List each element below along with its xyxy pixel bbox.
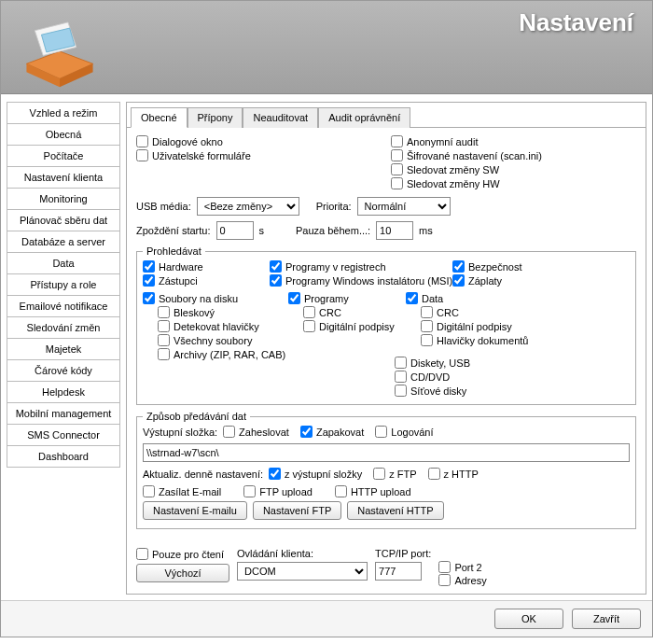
- cb-send-email[interactable]: Zasílat E-mail: [143, 485, 221, 497]
- cb-digsig-prog[interactable]: Digitální podpisy: [303, 320, 395, 332]
- tcp-port-label: TCP/IP port:: [375, 548, 431, 559]
- pause-unit: ms: [419, 225, 433, 236]
- settings-window: Nastavení Vzhled a režim Obecná Počítače…: [0, 0, 653, 637]
- cb-shortcuts[interactable]: Zástupci: [143, 274, 258, 287]
- start-delay-unit: s: [259, 225, 265, 236]
- cb-watch-sw[interactable]: Sledovat změny SW: [391, 163, 631, 175]
- start-delay-input[interactable]: [216, 221, 254, 240]
- cb-crc-data[interactable]: CRC: [421, 306, 531, 318]
- pause-label: Pauza během...:: [296, 225, 370, 236]
- sidebar-item-barcodes[interactable]: Čárové kódy: [7, 359, 120, 382]
- transfer-fieldset: Způsob předávání dat Výstupní složka: Za…: [136, 411, 636, 529]
- dialog-buttons: OK Zavřít: [1, 600, 652, 637]
- tabs: Obecné Přípony Neauditovat Audit oprávně…: [127, 103, 646, 128]
- sidebar-item-access-roles[interactable]: Přístupy a role: [7, 273, 120, 296]
- main-panel: Obecné Přípony Neauditovat Audit oprávně…: [126, 102, 646, 595]
- cb-security[interactable]: Bezpečnost: [452, 260, 540, 273]
- footer-area: Pouze pro čtení Výchozí Ovládání klienta…: [127, 542, 646, 594]
- cb-ftp-upload[interactable]: FTP upload: [243, 485, 313, 497]
- sidebar-item-general[interactable]: Obecná: [7, 123, 120, 146]
- scan-legend: Prohledávat: [143, 245, 205, 257]
- cb-pack[interactable]: Zapakovat: [300, 426, 364, 438]
- cb-from-ftp[interactable]: z FTP: [373, 468, 416, 480]
- cb-http-upload[interactable]: HTTP upload: [335, 485, 411, 497]
- cb-reg-programs[interactable]: Programy v registrech: [270, 260, 441, 273]
- ftp-settings-button[interactable]: Nastavení FTP: [253, 501, 341, 520]
- cb-msi-programs[interactable]: Programy Windows instalátoru (MSI): [270, 274, 441, 287]
- sidebar-item-email-notify[interactable]: Emailové notifikace: [7, 295, 120, 317]
- page-title: Nastavení: [519, 8, 633, 37]
- daily-update-label: Aktualiz. denně nastavení:: [143, 469, 263, 480]
- email-settings-button[interactable]: Nastavení E-mailu: [143, 501, 247, 520]
- sidebar-item-assets[interactable]: Majetek: [7, 338, 120, 360]
- cb-patches[interactable]: Záplaty: [452, 274, 540, 287]
- cb-dialog-window[interactable]: Dialogové okno: [136, 135, 376, 147]
- cb-programs[interactable]: Programy: [288, 292, 395, 304]
- cb-floppy-usb[interactable]: Diskety, USB: [395, 357, 470, 369]
- sidebar-item-data[interactable]: Data: [7, 252, 120, 274]
- sidebar-item-computers[interactable]: Počítače: [7, 145, 120, 167]
- cb-flash[interactable]: Bleskový: [158, 306, 277, 318]
- client-control-label: Ovládání klienta:: [237, 548, 368, 559]
- cb-watch-hw[interactable]: Sledovat změny HW: [391, 177, 631, 189]
- cb-detect-headers[interactable]: Detekovat hlavičky: [158, 320, 277, 332]
- cb-doc-headers[interactable]: Hlavičky dokumentů: [421, 334, 531, 346]
- sidebar-item-database[interactable]: Databáze a server: [7, 231, 120, 253]
- cb-cddvd[interactable]: CD/DVD: [395, 371, 450, 383]
- cb-readonly[interactable]: Pouze pro čtení: [136, 548, 224, 560]
- cb-anonymous-audit[interactable]: Anonymní audit: [391, 135, 631, 147]
- output-folder-label: Výstupní složka:: [143, 427, 217, 438]
- settings-folder-icon: [18, 14, 102, 89]
- cb-encrypted-settings[interactable]: Šifrované nastavení (scan.ini): [391, 149, 631, 161]
- cb-user-forms[interactable]: Uživatelské formuláře: [136, 149, 376, 161]
- ok-button[interactable]: OK: [494, 609, 563, 629]
- tcp-port-input[interactable]: [375, 562, 422, 581]
- cb-password[interactable]: Zaheslovat: [223, 426, 289, 438]
- cb-archives[interactable]: Archivy (ZIP, RAR, CAB): [158, 348, 277, 360]
- priority-select[interactable]: Normální: [357, 197, 451, 216]
- sidebar-item-helpdesk[interactable]: Helpdesk: [7, 381, 120, 403]
- usb-media-label: USB média:: [136, 201, 191, 212]
- cb-digsig-data[interactable]: Digitální podpisy: [421, 320, 531, 332]
- cb-port2[interactable]: Port 2: [438, 561, 486, 573]
- client-control-select[interactable]: DCOM: [237, 562, 368, 581]
- cb-addresses[interactable]: Adresy: [438, 574, 486, 586]
- cb-crc-prog[interactable]: CRC: [303, 306, 395, 318]
- cb-data[interactable]: Data: [406, 292, 531, 304]
- sidebar-item-client-settings[interactable]: Nastavení klienta: [7, 166, 120, 189]
- close-button[interactable]: Zavřít: [572, 609, 641, 629]
- sidebar-item-mobile-mgmt[interactable]: Mobilní management: [7, 402, 120, 425]
- http-settings-button[interactable]: Nastavení HTTP: [347, 501, 443, 520]
- cb-logging[interactable]: Logování: [375, 426, 433, 438]
- scan-fieldset: Prohledávat Hardware Programy v registre…: [136, 245, 636, 405]
- tab-extensions[interactable]: Přípony: [188, 107, 243, 128]
- cb-from-output[interactable]: z výstupní složky: [269, 468, 362, 480]
- output-folder-input[interactable]: [143, 443, 630, 462]
- sidebar-item-dashboard[interactable]: Dashboard: [7, 445, 120, 468]
- start-delay-label: Zpoždění startu:: [136, 225, 211, 236]
- pause-input[interactable]: [376, 221, 413, 240]
- header: Nastavení: [1, 1, 652, 94]
- tab-audit-perms[interactable]: Audit oprávnění: [318, 107, 410, 128]
- sidebar-item-scheduler[interactable]: Plánovač sběru dat: [7, 209, 120, 231]
- tab-noaudit[interactable]: Neauditovat: [243, 107, 318, 128]
- defaults-button[interactable]: Výchozí: [136, 564, 229, 582]
- tab-general[interactable]: Obecné: [131, 107, 188, 128]
- cb-hardware[interactable]: Hardware: [143, 260, 258, 273]
- usb-media-select[interactable]: <Beze změny>: [197, 197, 299, 216]
- transfer-legend: Způsob předávání dat: [143, 411, 250, 422]
- cb-netdisks[interactable]: Síťové disky: [395, 385, 466, 397]
- sidebar-item-sms-connector[interactable]: SMS Connector: [7, 424, 120, 446]
- sidebar-item-change-tracking[interactable]: Sledování změn: [7, 316, 120, 339]
- sidebar-item-monitoring[interactable]: Monitoring: [7, 188, 120, 210]
- priority-label: Priorita:: [316, 201, 352, 212]
- sidebar-item-appearance[interactable]: Vzhled a režim: [7, 102, 120, 124]
- cb-disk-files[interactable]: Soubory na disku: [143, 292, 277, 304]
- cb-all-files[interactable]: Všechny soubory: [158, 334, 277, 346]
- sidebar: Vzhled a režim Obecná Počítače Nastavení…: [7, 102, 120, 595]
- cb-from-http[interactable]: z HTTP: [428, 468, 479, 480]
